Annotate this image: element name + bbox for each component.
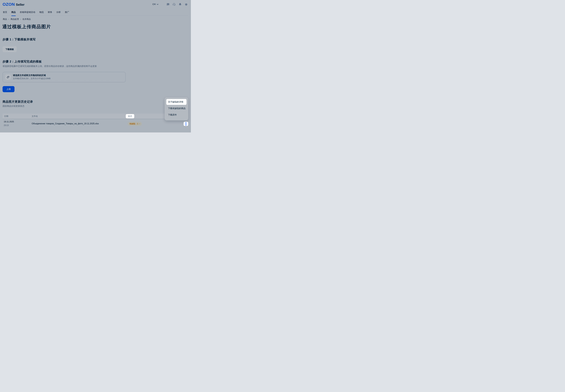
ozon-seller-page: OZON Seller CH	[0, 0, 191, 132]
kebab-dot	[186, 125, 186, 126]
dim-overlay	[0, 0, 191, 132]
menu-item-defect-details[interactable]: 关于缺陷的详情	[166, 99, 187, 105]
kebab-dot	[186, 122, 186, 123]
row-actions-kebab-button[interactable]	[184, 122, 188, 126]
column-header-status-wrap: 状态	[126, 114, 134, 119]
column-header-status: 状态	[126, 114, 134, 118]
kebab-dot	[186, 124, 186, 124]
